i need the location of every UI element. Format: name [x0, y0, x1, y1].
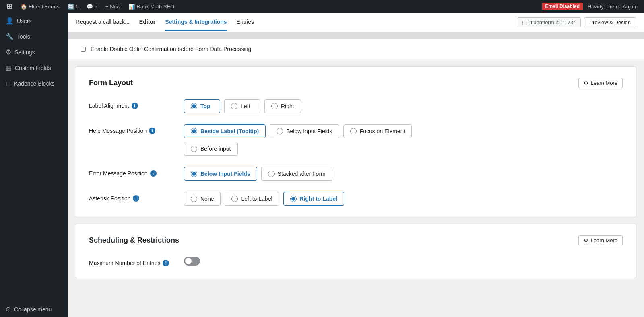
content-area: Enable Double Optin Confirmation before … — [68, 32, 644, 317]
scheduling-learn-more-label: Learn More — [591, 237, 617, 243]
sidebar-label-kadence-blocks: Kadence Blocks — [14, 80, 54, 87]
tab-request-call-back[interactable]: Request a call back... — [76, 14, 130, 31]
asterisk-none[interactable]: None — [184, 192, 221, 206]
help-message-position-row: Help Message Position i Beside Label (To… — [89, 124, 623, 156]
sidebar-label-custom-fields: Custom Fields — [15, 65, 51, 71]
form-layout-learn-more-button[interactable]: ⚙ Learn More — [578, 78, 623, 88]
help-message-options-row2: Before input — [184, 142, 412, 156]
sidebar-item-kadence-blocks[interactable]: ◻ Kadence Blocks — [0, 76, 68, 91]
sidebar-label-users: Users — [17, 18, 32, 24]
main-wrapper: Request a call back... Editor Settings &… — [68, 13, 644, 317]
scheduling-learn-more-button[interactable]: ⚙ Learn More — [578, 235, 623, 245]
tab-settings-integrations[interactable]: Settings & Integrations — [165, 14, 227, 31]
label-alignment-info-icon[interactable]: i — [132, 103, 138, 109]
asterisk-position-row: Asterisk Position i None Left to Label R… — [89, 192, 623, 206]
wp-logo-icon: ⊞ — [6, 2, 12, 11]
tab-entries[interactable]: Entries — [237, 14, 254, 31]
form-layout-learn-more-label: Learn More — [591, 80, 617, 86]
sidebar-label-collapse: Collapse menu — [14, 306, 52, 313]
form-layout-header: Form Layout ⚙ Learn More — [89, 78, 623, 88]
label-alignment-top[interactable]: Top — [184, 99, 220, 113]
new-item[interactable]: + New — [102, 0, 124, 13]
label-alignment-options: Top Left Right — [184, 99, 301, 113]
home-icon: 🏠 — [21, 4, 27, 10]
custom-fields-icon: ▦ — [6, 64, 12, 72]
comments-item[interactable]: 💬 5 — [83, 0, 101, 13]
scheduling-learn-more-icon: ⚙ — [584, 237, 588, 243]
error-msg-stacked-after-form[interactable]: Stacked after Form — [261, 167, 332, 181]
scheduling-title: Scheduling & Restrictions — [89, 236, 179, 245]
secondary-nav: Request a call back... Editor Settings &… — [68, 13, 644, 32]
help-msg-focus-on-element[interactable]: Focus on Element — [343, 124, 412, 138]
error-msg-below-input[interactable]: Below Input Fields — [184, 167, 257, 181]
optin-section: Enable Double Optin Confirmation before … — [68, 39, 644, 60]
form-layout-title: Form Layout — [89, 79, 133, 87]
scheduling-section: Scheduling & Restrictions ⚙ Learn More M… — [76, 224, 636, 278]
error-message-info-icon[interactable]: i — [150, 170, 157, 177]
label-alignment-right[interactable]: Right — [264, 99, 301, 113]
sidebar-item-tools[interactable]: 🔧 Tools — [0, 29, 68, 44]
updates-item[interactable]: 🔄 1 — [64, 0, 82, 13]
email-disabled-badge: Email Disabled — [542, 3, 583, 10]
asterisk-position-options: None Left to Label Right to Label — [184, 192, 344, 206]
collapse-icon: ⊙ — [6, 305, 11, 313]
wp-logo-item[interactable]: ⊞ — [3, 0, 16, 13]
max-entries-label: Maximum Number of Entries i — [89, 257, 178, 266]
sidebar-label-settings: Settings — [14, 49, 35, 56]
rank-math-item[interactable]: 📊 Rank Math SEO — [125, 0, 178, 13]
label-alignment-label: Label Alignment i — [89, 99, 178, 109]
admin-bar: ⊞ 🏠 Fluent Forms 🔄 1 💬 5 + New 📊 Rank Ma… — [0, 0, 644, 13]
new-label: + New — [105, 4, 120, 10]
tools-icon: 🔧 — [6, 33, 14, 40]
sidebar-item-collapse-menu[interactable]: ⊙ Collapse menu — [0, 301, 68, 317]
sidebar-item-settings[interactable]: ⚙ Settings — [0, 44, 68, 60]
toggle-slider — [184, 257, 200, 266]
rank-math-label: Rank Math SEO — [136, 4, 174, 10]
label-alignment-left[interactable]: Left — [224, 99, 260, 113]
rank-math-icon: 📊 — [128, 4, 135, 10]
updates-count: 1 — [76, 4, 78, 10]
howdy-text: Howdy, Prema Anjum — [588, 4, 638, 10]
asterisk-position-info-icon[interactable]: i — [133, 195, 139, 202]
sidebar-item-custom-fields[interactable]: ▦ Custom Fields — [0, 60, 68, 76]
help-message-position-label: Help Message Position i — [89, 124, 178, 134]
comments-count: 5 — [95, 4, 97, 10]
learn-more-icon: ⚙ — [584, 80, 588, 86]
optin-label: Enable Double Optin Confirmation before … — [91, 46, 251, 52]
help-message-options-wrapper: Beside Label (Tooltip) Below Input Field… — [184, 124, 412, 156]
sidebar: 👤 Users 🔧 Tools ⚙ Settings ▦ Custom Fiel… — [0, 13, 68, 317]
help-msg-beside-label[interactable]: Beside Label (Tooltip) — [184, 124, 266, 138]
help-msg-below-input[interactable]: Below Input Fields — [270, 124, 339, 138]
shortcode-box[interactable]: ⬚ [fluentform id="173"] — [518, 17, 581, 27]
sidebar-label-tools: Tools — [17, 33, 30, 40]
comments-icon: 💬 — [87, 4, 93, 10]
sidebar-item-users[interactable]: 👤 Users — [0, 13, 68, 29]
howdy-item[interactable]: Howdy, Prema Anjum — [584, 0, 641, 13]
tab-editor[interactable]: Editor — [139, 14, 155, 31]
nav-right: ⬚ [fluentform id="173"] Preview & Design — [518, 17, 636, 27]
asterisk-left-to-label[interactable]: Left to Label — [225, 192, 279, 206]
updates-icon: 🔄 — [68, 4, 74, 10]
users-icon: 👤 — [6, 17, 14, 25]
max-entries-toggle[interactable] — [184, 257, 200, 266]
shortcode-icon: ⬚ — [522, 19, 527, 25]
error-message-options: Below Input Fields Stacked after Form — [184, 167, 332, 181]
kadence-blocks-icon: ◻ — [6, 80, 11, 87]
preview-design-button[interactable]: Preview & Design — [584, 17, 636, 27]
optin-checkbox[interactable] — [80, 47, 86, 52]
error-message-position-row: Error Message Position i Below Input Fie… — [89, 167, 623, 181]
scheduling-header: Scheduling & Restrictions ⚙ Learn More — [89, 235, 623, 245]
max-entries-row: Maximum Number of Entries i — [89, 257, 623, 266]
label-alignment-row: Label Alignment i Top Left Right — [89, 99, 623, 113]
help-message-options-row1: Beside Label (Tooltip) Below Input Field… — [184, 124, 412, 138]
help-message-info-icon[interactable]: i — [149, 128, 155, 134]
help-msg-before-input[interactable]: Before input — [184, 142, 238, 156]
site-name: Fluent Forms — [29, 4, 60, 10]
settings-icon: ⚙ — [6, 48, 11, 56]
asterisk-right-to-label[interactable]: Right to Label — [283, 192, 344, 206]
error-message-position-label: Error Message Position i — [89, 167, 178, 177]
form-layout-card: Form Layout ⚙ Learn More Label Alignment… — [76, 66, 636, 217]
max-entries-info-icon[interactable]: i — [163, 260, 169, 266]
asterisk-position-label: Asterisk Position i — [89, 192, 178, 202]
site-name-item[interactable]: 🏠 Fluent Forms — [17, 0, 63, 13]
